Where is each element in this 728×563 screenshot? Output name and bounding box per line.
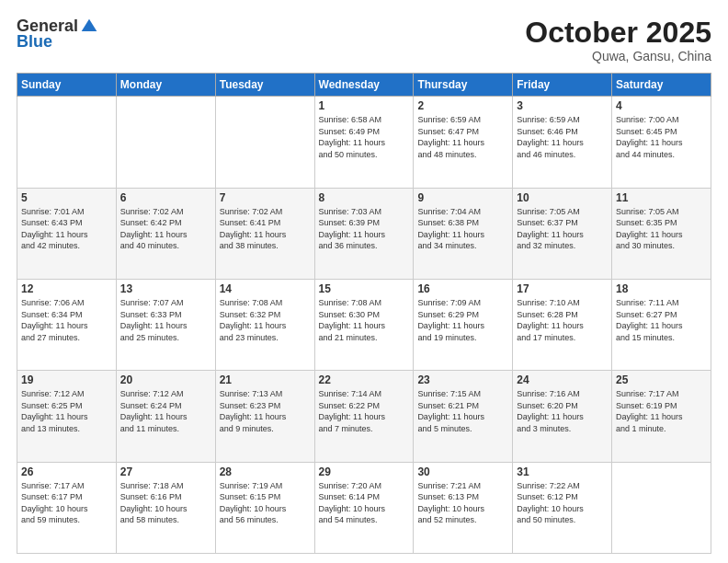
- day-number: 1: [319, 99, 410, 112]
- day-number: 19: [21, 373, 112, 386]
- weekday-header-sunday: Sunday: [17, 74, 117, 97]
- day-cell: 4Sunrise: 7:00 AM Sunset: 6:45 PM Daylig…: [612, 97, 711, 188]
- day-number: 18: [616, 282, 707, 295]
- svg-marker-0: [82, 18, 97, 30]
- day-number: 13: [120, 282, 211, 295]
- weekday-header-row: SundayMondayTuesdayWednesdayThursdayFrid…: [17, 74, 711, 97]
- day-cell: 20Sunrise: 7:12 AM Sunset: 6:24 PM Dayli…: [116, 371, 215, 462]
- day-cell: 16Sunrise: 7:09 AM Sunset: 6:29 PM Dayli…: [414, 279, 513, 370]
- day-cell: 17Sunrise: 7:10 AM Sunset: 6:28 PM Dayli…: [513, 279, 612, 370]
- calendar-table: SundayMondayTuesdayWednesdayThursdayFrid…: [17, 73, 711, 554]
- day-info: Sunrise: 7:15 AM Sunset: 6:21 PM Dayligh…: [417, 388, 508, 434]
- day-cell: 26Sunrise: 7:17 AM Sunset: 6:17 PM Dayli…: [17, 462, 117, 553]
- day-info: Sunrise: 7:22 AM Sunset: 6:12 PM Dayligh…: [517, 480, 608, 526]
- day-number: 29: [319, 465, 410, 478]
- day-cell: 30Sunrise: 7:21 AM Sunset: 6:13 PM Dayli…: [414, 462, 513, 553]
- day-cell: 25Sunrise: 7:17 AM Sunset: 6:19 PM Dayli…: [612, 371, 711, 462]
- day-cell: 23Sunrise: 7:15 AM Sunset: 6:21 PM Dayli…: [414, 371, 513, 462]
- day-info: Sunrise: 7:04 AM Sunset: 6:38 PM Dayligh…: [417, 206, 508, 252]
- day-cell: 24Sunrise: 7:16 AM Sunset: 6:20 PM Dayli…: [513, 371, 612, 462]
- day-info: Sunrise: 7:02 AM Sunset: 6:42 PM Dayligh…: [120, 206, 211, 252]
- day-number: 2: [417, 99, 508, 112]
- day-cell: [215, 97, 314, 188]
- week-row-1: 1Sunrise: 6:58 AM Sunset: 6:49 PM Daylig…: [17, 97, 711, 188]
- day-info: Sunrise: 7:18 AM Sunset: 6:16 PM Dayligh…: [120, 480, 211, 526]
- day-number: 22: [319, 373, 410, 386]
- page: General Blue October 2025 Quwa, Gansu, C…: [0, 0, 728, 563]
- day-info: Sunrise: 7:14 AM Sunset: 6:22 PM Dayligh…: [319, 388, 410, 434]
- day-info: Sunrise: 7:12 AM Sunset: 6:25 PM Dayligh…: [21, 388, 112, 434]
- day-info: Sunrise: 7:08 AM Sunset: 6:32 PM Dayligh…: [220, 297, 311, 343]
- day-cell: 12Sunrise: 7:06 AM Sunset: 6:34 PM Dayli…: [17, 279, 117, 370]
- day-cell: [116, 97, 215, 188]
- day-info: Sunrise: 7:16 AM Sunset: 6:20 PM Dayligh…: [517, 388, 608, 434]
- day-number: 17: [517, 282, 608, 295]
- day-number: 16: [417, 282, 508, 295]
- day-cell: 21Sunrise: 7:13 AM Sunset: 6:23 PM Dayli…: [215, 371, 314, 462]
- day-cell: 29Sunrise: 7:20 AM Sunset: 6:14 PM Dayli…: [314, 462, 414, 553]
- day-cell: 10Sunrise: 7:05 AM Sunset: 6:37 PM Dayli…: [513, 188, 612, 279]
- month-title: October 2025: [525, 17, 711, 49]
- day-cell: 27Sunrise: 7:18 AM Sunset: 6:16 PM Dayli…: [116, 462, 215, 553]
- day-info: Sunrise: 7:17 AM Sunset: 6:17 PM Dayligh…: [21, 480, 112, 526]
- day-number: 25: [616, 373, 707, 386]
- day-info: Sunrise: 6:58 AM Sunset: 6:49 PM Dayligh…: [319, 114, 410, 160]
- day-cell: 11Sunrise: 7:05 AM Sunset: 6:35 PM Dayli…: [612, 188, 711, 279]
- day-info: Sunrise: 7:21 AM Sunset: 6:13 PM Dayligh…: [417, 480, 508, 526]
- day-info: Sunrise: 7:09 AM Sunset: 6:29 PM Dayligh…: [417, 297, 508, 343]
- day-cell: 1Sunrise: 6:58 AM Sunset: 6:49 PM Daylig…: [314, 97, 414, 188]
- week-row-4: 19Sunrise: 7:12 AM Sunset: 6:25 PM Dayli…: [17, 371, 711, 462]
- day-info: Sunrise: 7:10 AM Sunset: 6:28 PM Dayligh…: [517, 297, 608, 343]
- day-number: 30: [417, 465, 508, 478]
- day-number: 24: [517, 373, 608, 386]
- weekday-header-friday: Friday: [513, 74, 612, 97]
- day-info: Sunrise: 7:05 AM Sunset: 6:37 PM Dayligh…: [517, 206, 608, 252]
- day-number: 8: [319, 191, 410, 204]
- logo-icon: [80, 17, 98, 36]
- weekday-header-monday: Monday: [116, 74, 215, 97]
- day-number: 6: [120, 191, 211, 204]
- weekday-header-thursday: Thursday: [414, 74, 513, 97]
- day-number: 5: [21, 191, 112, 204]
- day-cell: 5Sunrise: 7:01 AM Sunset: 6:43 PM Daylig…: [17, 188, 117, 279]
- day-number: 23: [417, 373, 508, 386]
- day-cell: 19Sunrise: 7:12 AM Sunset: 6:25 PM Dayli…: [17, 371, 117, 462]
- day-info: Sunrise: 7:07 AM Sunset: 6:33 PM Dayligh…: [120, 297, 211, 343]
- week-row-2: 5Sunrise: 7:01 AM Sunset: 6:43 PM Daylig…: [17, 188, 711, 279]
- day-number: 14: [220, 282, 311, 295]
- week-row-3: 12Sunrise: 7:06 AM Sunset: 6:34 PM Dayli…: [17, 279, 711, 370]
- day-info: Sunrise: 7:20 AM Sunset: 6:14 PM Dayligh…: [319, 480, 410, 526]
- day-number: 11: [616, 191, 707, 204]
- day-number: 4: [616, 99, 707, 112]
- day-number: 28: [220, 465, 311, 478]
- location-text: Quwa, Gansu, China: [525, 49, 711, 63]
- day-number: 15: [319, 282, 410, 295]
- day-info: Sunrise: 7:01 AM Sunset: 6:43 PM Dayligh…: [21, 206, 112, 252]
- day-number: 26: [21, 465, 112, 478]
- day-cell: 8Sunrise: 7:03 AM Sunset: 6:39 PM Daylig…: [314, 188, 414, 279]
- day-cell: 18Sunrise: 7:11 AM Sunset: 6:27 PM Dayli…: [612, 279, 711, 370]
- day-cell: 3Sunrise: 6:59 AM Sunset: 6:46 PM Daylig…: [513, 97, 612, 188]
- day-number: 20: [120, 373, 211, 386]
- day-number: 10: [517, 191, 608, 204]
- day-cell: 6Sunrise: 7:02 AM Sunset: 6:42 PM Daylig…: [116, 188, 215, 279]
- day-number: 27: [120, 465, 211, 478]
- day-cell: 22Sunrise: 7:14 AM Sunset: 6:22 PM Dayli…: [314, 371, 414, 462]
- day-cell: [612, 462, 711, 553]
- day-info: Sunrise: 6:59 AM Sunset: 6:46 PM Dayligh…: [517, 114, 608, 160]
- day-info: Sunrise: 7:02 AM Sunset: 6:41 PM Dayligh…: [220, 206, 311, 252]
- day-number: 12: [21, 282, 112, 295]
- header: General Blue October 2025 Quwa, Gansu, C…: [17, 17, 711, 63]
- day-number: 9: [417, 191, 508, 204]
- day-info: Sunrise: 7:11 AM Sunset: 6:27 PM Dayligh…: [616, 297, 707, 343]
- day-info: Sunrise: 7:03 AM Sunset: 6:39 PM Dayligh…: [319, 206, 410, 252]
- weekday-header-saturday: Saturday: [612, 74, 711, 97]
- day-info: Sunrise: 7:06 AM Sunset: 6:34 PM Dayligh…: [21, 297, 112, 343]
- logo-blue-text: Blue: [17, 32, 52, 52]
- day-info: Sunrise: 7:08 AM Sunset: 6:30 PM Dayligh…: [319, 297, 410, 343]
- day-cell: 7Sunrise: 7:02 AM Sunset: 6:41 PM Daylig…: [215, 188, 314, 279]
- weekday-header-tuesday: Tuesday: [215, 74, 314, 97]
- day-cell: [17, 97, 117, 188]
- day-info: Sunrise: 7:13 AM Sunset: 6:23 PM Dayligh…: [220, 388, 311, 434]
- day-number: 7: [220, 191, 311, 204]
